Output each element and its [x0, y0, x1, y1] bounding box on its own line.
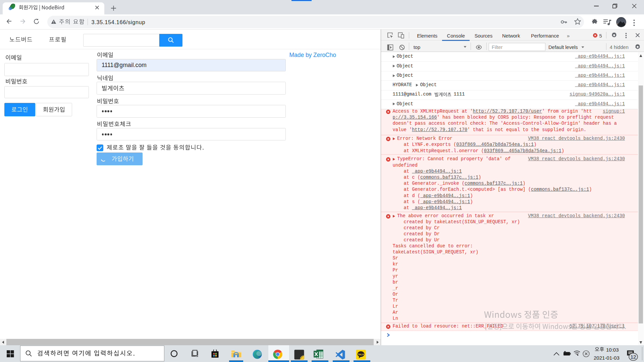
svg-text:TALK: TALK: [358, 353, 364, 356]
svg-text:12: 12: [631, 354, 636, 360]
